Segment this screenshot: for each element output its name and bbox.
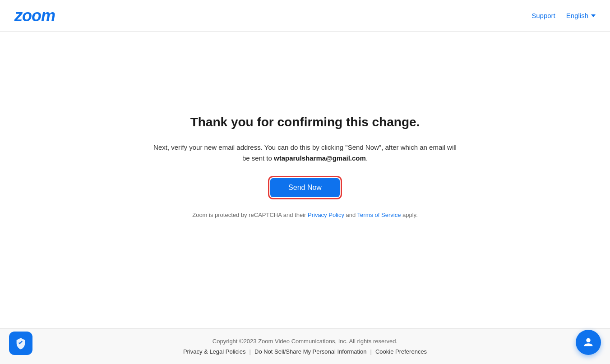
do-not-sell-link[interactable]: Do Not Sell/Share My Personal Informatio… [254,348,367,355]
privacy-legal-link[interactable]: Privacy & Legal Policies [183,348,246,355]
chat-icon [582,336,595,349]
send-now-wrapper: Send Now [270,178,340,197]
privacy-policy-link[interactable]: Privacy Policy [308,212,344,218]
chevron-down-icon [591,14,596,17]
shield-button[interactable] [9,332,32,355]
description-suffix: . [366,154,368,162]
footer: Copyright ©2023 Zoom Video Communication… [0,328,610,364]
shield-icon [14,337,27,350]
send-now-button[interactable]: Send Now [270,178,340,197]
recaptcha-middle: and [344,212,357,218]
language-selector[interactable]: English [566,12,596,19]
email-address: wtaparulsharma@gmail.com [274,154,366,162]
page-title: Thank you for confirming this change. [190,115,420,129]
separator-2: | [370,348,372,355]
zoom-logo[interactable]: zoom [14,6,55,25]
terms-of-service-link[interactable]: Terms of Service [357,212,401,218]
copyright-text: Copyright ©2023 Zoom Video Communication… [14,338,596,345]
header-right: Support English [531,12,596,19]
recaptcha-notice: Zoom is protected by reCAPTCHA and their… [192,212,418,218]
chat-button[interactable] [576,330,601,355]
cookie-preferences-link[interactable]: Cookie Preferences [375,348,427,355]
separator-1: | [250,348,251,355]
footer-links: Privacy & Legal Policies | Do Not Sell/S… [14,348,596,355]
language-label: English [566,12,588,19]
description-text: Next, verify your new email address. You… [152,142,458,164]
recaptcha-suffix: apply. [401,212,417,218]
recaptcha-prefix: Zoom is protected by reCAPTCHA and their [192,212,308,218]
header: zoom Support English [0,0,610,32]
support-link[interactable]: Support [531,12,555,19]
main-content: Thank you for confirming this change. Ne… [0,32,610,328]
svg-point-0 [586,338,590,342]
